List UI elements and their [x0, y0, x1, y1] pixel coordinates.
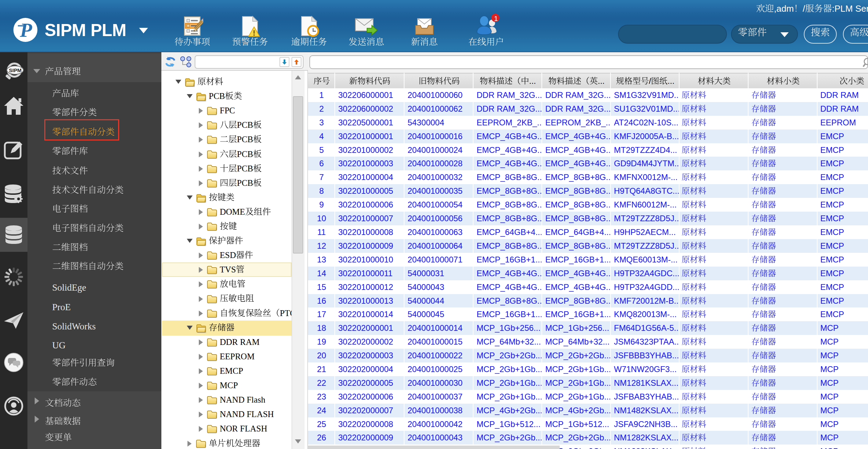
- svg-text:SIPM: SIPM: [9, 67, 22, 73]
- svg-text:P: P: [20, 19, 32, 41]
- svg-text:1: 1: [494, 15, 498, 22]
